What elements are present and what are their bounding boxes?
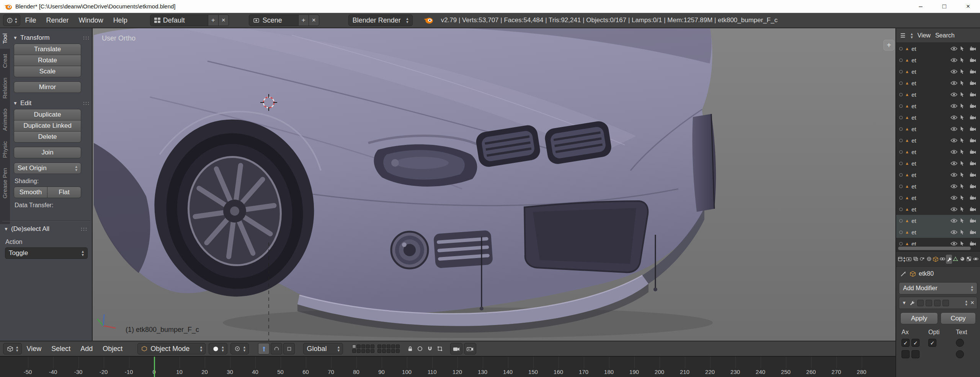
selectable-cursor-icon[interactable]	[960, 195, 967, 201]
selectable-cursor-icon[interactable]	[960, 184, 967, 189]
panel-grip-icon[interactable]	[83, 101, 90, 106]
outliner-row[interactable]: ▲ et	[896, 169, 980, 180]
selectable-cursor-icon[interactable]	[960, 126, 967, 132]
selectable-cursor-icon[interactable]	[960, 229, 967, 235]
outliner-item-name[interactable]: et	[911, 195, 948, 201]
expand-dot-icon[interactable]	[899, 81, 903, 85]
expand-dot-icon[interactable]	[899, 150, 903, 154]
shade-smooth-button[interactable]: Smooth	[14, 187, 47, 198]
outliner-item-name[interactable]: et	[911, 149, 948, 155]
renderable-camera-icon[interactable]	[970, 103, 977, 109]
timeline-ruler[interactable]: -50-40-30-20-100102030405060708090100110…	[0, 356, 895, 377]
tool-shelf-tab[interactable]: Relation	[0, 73, 10, 104]
visibility-eye-icon[interactable]	[951, 103, 958, 109]
outliner-row[interactable]: ▲ et	[896, 123, 980, 135]
visibility-eye-icon[interactable]	[951, 184, 958, 189]
expand-dot-icon[interactable]	[899, 219, 903, 223]
expand-dot-icon[interactable]	[899, 196, 903, 200]
selectable-cursor-icon[interactable]	[960, 80, 967, 86]
mode-dropdown[interactable]: Object Mode ▴▾	[137, 343, 206, 354]
translate-button[interactable]: Translate	[14, 44, 81, 55]
selectable-cursor-icon[interactable]	[960, 241, 967, 246]
renderable-camera-icon[interactable]	[970, 218, 977, 224]
move-modifier-arrows[interactable]: ▴▾	[965, 299, 968, 306]
snap-element-icon[interactable]	[436, 345, 443, 352]
outliner-row[interactable]: ▲ et	[896, 215, 980, 226]
rotate-button[interactable]: Rotate	[14, 55, 81, 66]
outliner-item-name[interactable]: et	[911, 183, 948, 190]
renderable-camera-icon[interactable]	[970, 161, 977, 166]
opengl-render-button[interactable]	[450, 343, 462, 354]
edit-panel-header[interactable]: ▼ Edit	[10, 97, 93, 109]
renderable-camera-icon[interactable]	[970, 149, 977, 155]
expand-dot-icon[interactable]	[899, 93, 903, 96]
visibility-eye-icon[interactable]	[951, 92, 958, 98]
collapse-icon[interactable]: ▼	[13, 35, 18, 41]
selectable-cursor-icon[interactable]	[960, 149, 967, 155]
manipulator-translate-toggle[interactable]	[258, 343, 270, 354]
visibility-eye-icon[interactable]	[951, 195, 958, 201]
renderable-camera-icon[interactable]	[970, 80, 977, 86]
menu-window[interactable]: Window	[74, 16, 108, 24]
selectable-cursor-icon[interactable]	[960, 69, 967, 75]
add-modifier-dropdown[interactable]: Add Modifier ▴▾	[899, 282, 977, 294]
axis-x-checkbox[interactable]: ✓	[902, 339, 910, 347]
layer-toggle[interactable]	[357, 344, 361, 348]
expand-dot-icon[interactable]	[899, 242, 903, 245]
layer-toggle[interactable]	[366, 349, 370, 353]
visibility-eye-icon[interactable]	[951, 126, 958, 132]
tab-world[interactable]	[926, 255, 932, 264]
manipulator-rotate-toggle[interactable]	[271, 343, 282, 354]
outliner-item-name[interactable]: et	[911, 46, 948, 52]
expand-dot-icon[interactable]	[899, 162, 903, 165]
snap-magnet-icon[interactable]	[426, 345, 433, 352]
viewport-menu-select[interactable]: Select	[46, 345, 75, 353]
renderable-camera-icon[interactable]	[970, 92, 977, 98]
proportional-edit-icon[interactable]	[416, 345, 423, 352]
properties-editor-icon[interactable]	[897, 256, 903, 263]
expand-dot-icon[interactable]	[899, 104, 903, 108]
viewport-shading-dropdown[interactable]: ▴▾	[209, 343, 227, 354]
copy-modifier-button[interactable]: Copy	[941, 312, 976, 324]
outliner-scrollbar[interactable]	[896, 245, 980, 251]
outliner-row[interactable]: ▲ et	[896, 112, 980, 123]
expand-dot-icon[interactable]	[899, 116, 903, 119]
join-button[interactable]: Join	[14, 147, 81, 158]
outliner-menu-view[interactable]: View	[918, 32, 931, 39]
expand-dot-icon[interactable]	[899, 127, 903, 131]
outliner-row[interactable]: ▲ et	[896, 192, 980, 203]
visibility-eye-icon[interactable]	[951, 115, 958, 120]
deselect-panel-header[interactable]: ▼ (De)select All	[2, 223, 90, 235]
tool-shelf-tab[interactable]: Creat	[0, 49, 10, 73]
outliner-row[interactable]: ▲ et	[896, 66, 980, 77]
3d-viewport[interactable]: User Ortho (1) etk800_bumper_F_c +	[93, 28, 895, 341]
outliner-row[interactable]: ▲ et	[896, 54, 980, 66]
outliner-row[interactable]: ▲ et	[896, 146, 980, 158]
visibility-eye-icon[interactable]	[951, 80, 958, 86]
remove-scene-button[interactable]: ×	[309, 15, 319, 26]
layer-toggle[interactable]	[366, 344, 370, 348]
viewport-menu-view[interactable]: View	[22, 345, 47, 353]
layer-toggle[interactable]	[391, 344, 395, 348]
renderable-camera-icon[interactable]	[970, 229, 977, 235]
renderable-camera-icon[interactable]	[970, 195, 977, 201]
modifier-cage-toggle[interactable]	[942, 300, 949, 306]
visibility-eye-icon[interactable]	[951, 149, 958, 155]
axis-checkbox[interactable]	[902, 350, 910, 358]
selectable-cursor-icon[interactable]	[960, 92, 967, 98]
viewport-menu-object[interactable]: Object	[98, 345, 127, 353]
renderable-camera-icon[interactable]	[970, 115, 977, 120]
apply-modifier-button[interactable]: Apply	[900, 312, 938, 324]
layer-toggle[interactable]	[371, 344, 374, 348]
outliner-item-name[interactable]: et	[911, 80, 948, 86]
scene-selector[interactable]: Scene	[249, 15, 299, 26]
mirror-button[interactable]: Mirror	[14, 81, 81, 93]
outliner-item-name[interactable]: et	[911, 218, 948, 224]
outliner-item-name[interactable]: et	[911, 68, 948, 75]
outliner-item-name[interactable]: et	[911, 114, 948, 121]
tool-shelf-tab[interactable]: Animatio	[0, 104, 10, 136]
layer-toggle[interactable]	[371, 349, 374, 353]
textures-toggle[interactable]	[956, 350, 964, 358]
renderable-camera-icon[interactable]	[970, 126, 977, 132]
selectable-cursor-icon[interactable]	[960, 115, 967, 120]
